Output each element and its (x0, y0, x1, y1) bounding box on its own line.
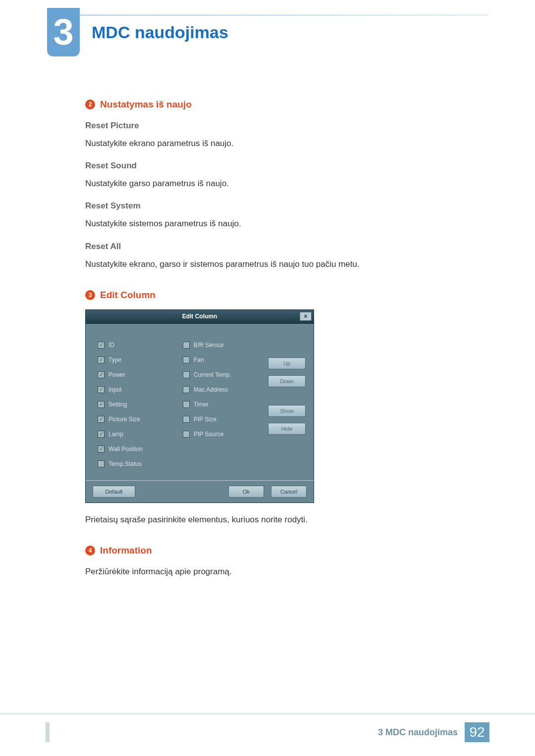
down-button[interactable]: Down (268, 375, 306, 387)
dialog-side-buttons: Up Down Show Hide (268, 338, 306, 471)
badge-3: 3 (85, 290, 95, 300)
dialog-footer: Default Ok Cancel (86, 480, 314, 503)
information-text: Peržiūrėkite informaciją apie programą. (85, 565, 475, 578)
section-nustatymas: 2 Nustatymas iš naujo (85, 99, 475, 110)
show-button[interactable]: Show (268, 405, 306, 417)
check-icon: ✓ (98, 431, 105, 438)
checkbox-wall-position[interactable]: ✓Wall Position (98, 442, 181, 456)
item-title: Reset System (85, 201, 475, 211)
item-text: Nustatykite ekrano parametrus iš naujo. (85, 137, 475, 150)
item-text: Nustatykite garso parametrus iš naujo. (85, 177, 475, 190)
page-footer: 3 MDC naudojimas 92 (378, 722, 489, 742)
check-icon: ✓ (183, 371, 190, 378)
checkbox-pip-size[interactable]: ✓PIP Size (183, 412, 266, 427)
check-icon: ✓ (183, 416, 190, 423)
check-icon: ✓ (98, 356, 105, 363)
check-icon: ✓ (98, 401, 105, 408)
checkbox-current-temp[interactable]: ✓Current Temp. (183, 367, 266, 382)
badge-4: 4 (85, 546, 95, 555)
badge-2: 2 (85, 100, 95, 109)
checkbox-picture-size[interactable]: ✓Picture Size (98, 412, 181, 427)
checkbox-label: Current Temp. (194, 371, 231, 378)
check-icon: ✓ (98, 460, 105, 467)
footer-text: 3 MDC naudojimas (378, 727, 458, 738)
footer-rule (0, 713, 535, 714)
checkbox-label: Lamp (108, 431, 123, 438)
checkbox-column-2: ✓B/R Sensor ✓Fan ✓Current Temp. ✓Mac Add… (183, 338, 266, 471)
default-button[interactable]: Default (93, 486, 135, 498)
checkbox-type[interactable]: ✓Type (98, 353, 181, 367)
checkbox-temp-status[interactable]: ✓Temp.Status (98, 456, 181, 471)
checkbox-pip-source[interactable]: ✓PIP Source (183, 427, 266, 442)
checkbox-power[interactable]: ✓Power (98, 367, 181, 382)
checkbox-label: Power (108, 371, 125, 378)
section-edit-column: 3 Edit Column (85, 290, 475, 301)
dialog-title: Edit Column (182, 313, 217, 320)
check-icon: ✓ (183, 342, 190, 349)
checkbox-id[interactable]: ✓ID (98, 338, 181, 353)
section-title-3: Edit Column (100, 290, 156, 301)
edit-column-dialog: Edit Column × ✓ID ✓Type ✓Power ✓Input ✓S… (85, 309, 314, 503)
checkbox-label: Picture Size (108, 416, 140, 423)
check-icon: ✓ (183, 356, 190, 363)
checkbox-label: Wall Position (108, 446, 143, 453)
check-icon: ✓ (98, 342, 105, 349)
checkbox-label: Timer (194, 401, 209, 408)
checkbox-label: PIP Size (194, 416, 216, 423)
checkbox-label: PIP Source (194, 431, 223, 438)
section-title-2: Nustatymas iš naujo (100, 99, 192, 110)
checkbox-label: Setting (108, 401, 127, 408)
ok-button[interactable]: Ok (228, 486, 264, 498)
item-text: Nustatykite sistemos parametrus iš naujo… (85, 217, 475, 230)
cancel-button[interactable]: Cancel (271, 486, 307, 498)
page-title: MDC naudojimas (92, 23, 228, 42)
item-title: Reset Sound (85, 161, 475, 171)
up-button[interactable]: Up (268, 357, 306, 369)
checkbox-label: Mac Address (194, 386, 228, 393)
edit-column-caption: Prietaisų sąraše pasirinkite elementus, … (85, 513, 475, 526)
hide-button[interactable]: Hide (268, 423, 306, 435)
checkbox-label: ID (108, 342, 114, 349)
check-icon: ✓ (98, 386, 105, 393)
item-title: Reset All (85, 242, 475, 252)
checkbox-br-sensor[interactable]: ✓B/R Sensor (183, 338, 266, 353)
check-icon: ✓ (98, 371, 105, 378)
checkbox-label: Input (108, 386, 122, 393)
checkbox-lamp[interactable]: ✓Lamp (98, 427, 181, 442)
checkbox-label: B/R Sensor (194, 342, 224, 349)
item-title: Reset Picture (85, 121, 475, 131)
checkbox-mac-address[interactable]: ✓Mac Address (183, 382, 266, 397)
check-icon: ✓ (183, 386, 190, 393)
edit-column-dialog-figure: Edit Column × ✓ID ✓Type ✓Power ✓Input ✓S… (85, 309, 314, 503)
item-text: Nustatykite ekrano, garso ir sistemos pa… (85, 257, 475, 271)
checkbox-column-1: ✓ID ✓Type ✓Power ✓Input ✓Setting ✓Pictur… (98, 338, 181, 471)
check-icon: ✓ (183, 401, 190, 408)
checkbox-setting[interactable]: ✓Setting (98, 397, 181, 412)
checkbox-timer[interactable]: ✓Timer (183, 397, 266, 412)
chapter-badge: 3 (47, 8, 80, 56)
checkbox-input[interactable]: ✓Input (98, 382, 181, 397)
section-information: 4 Information (85, 545, 475, 556)
checkbox-label: Temp.Status (108, 460, 142, 467)
checkbox-label: Fan (194, 356, 204, 363)
check-icon: ✓ (98, 416, 105, 423)
dialog-titlebar: Edit Column × (86, 310, 314, 324)
close-button[interactable]: × (300, 312, 312, 321)
checkbox-label: Type (108, 356, 121, 363)
footer-left-stripe (46, 722, 50, 742)
check-icon: ✓ (98, 446, 105, 453)
check-icon: ✓ (183, 431, 190, 438)
top-rule (47, 15, 488, 15)
checkbox-fan[interactable]: ✓Fan (183, 353, 266, 367)
page-number: 92 (465, 722, 489, 742)
section-title-4: Information (100, 545, 152, 556)
